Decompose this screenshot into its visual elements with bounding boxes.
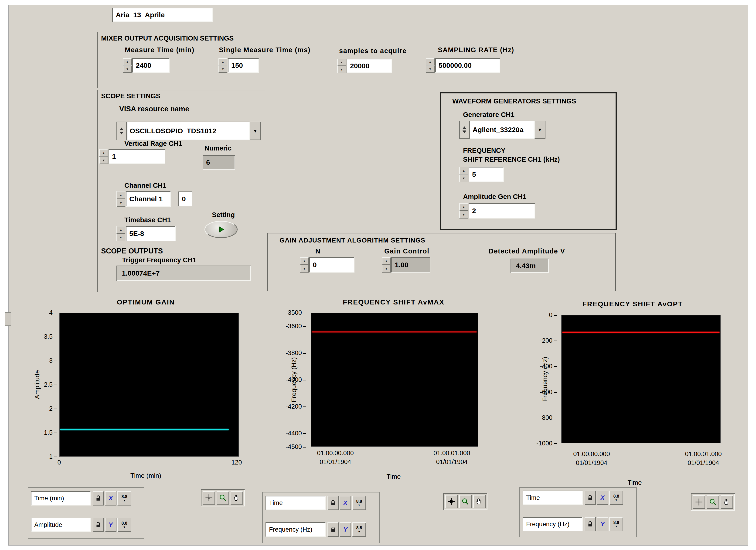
- generator-dropdown[interactable]: Agilent_33220a ▼: [459, 121, 545, 139]
- vertical-range-spinner[interactable]: ▲ ▼: [99, 149, 108, 164]
- setting-button[interactable]: [204, 221, 238, 238]
- avopt-plot[interactable]: [561, 315, 721, 443]
- y-tick-label: -3800: [267, 349, 306, 356]
- timebase-spinner[interactable]: ▲ ▼: [116, 226, 125, 241]
- decrement-button[interactable]: ▼: [123, 65, 132, 73]
- avmax-plot[interactable]: [311, 313, 478, 447]
- amplitude-gen-spinner[interactable]: ▲ ▼: [459, 203, 468, 219]
- timebase-input[interactable]: 5E-8: [126, 226, 176, 241]
- decrement-button[interactable]: ▼: [459, 174, 468, 182]
- pan-tool-button[interactable]: [721, 495, 733, 509]
- io-icon: [116, 122, 127, 140]
- zoom-tool-button[interactable]: [459, 495, 472, 508]
- gain-control-input[interactable]: 1.00: [391, 257, 430, 273]
- decrement-button[interactable]: ▼: [218, 65, 227, 73]
- y-tick-label: -1000: [522, 440, 557, 447]
- autoscale-y-button[interactable]: Y: [340, 522, 351, 537]
- n-input[interactable]: 0: [309, 257, 354, 273]
- visa-resource-label: VISA resource name: [119, 105, 189, 113]
- scale-lock-button[interactable]: [93, 518, 104, 532]
- x-scale-name[interactable]: Time (min): [31, 491, 91, 506]
- decrement-button[interactable]: ▼: [459, 211, 468, 219]
- scale-format-button[interactable]: 8.8 ▾: [117, 491, 131, 506]
- autoscale-x-button[interactable]: X: [105, 491, 116, 506]
- pan-tool-button[interactable]: [473, 495, 486, 508]
- y-tick-label: 3.5: [23, 333, 57, 340]
- autoscale-y-button[interactable]: Y: [597, 517, 608, 531]
- sampling-rate-spinner[interactable]: ▲ ▼: [426, 58, 435, 73]
- increment-button[interactable]: ▲: [459, 167, 468, 174]
- format-glyph: 8.8: [356, 499, 362, 503]
- increment-button[interactable]: ▲: [337, 59, 346, 66]
- y-axis-label: Frequency (Hz): [541, 357, 549, 402]
- increment-button[interactable]: ▲: [300, 257, 309, 265]
- samples-to-acquire-label: samples to acquire: [339, 47, 407, 55]
- decrement-button[interactable]: ▼: [99, 157, 108, 164]
- zoom-tool-button[interactable]: [217, 491, 229, 505]
- vi-name-field: Aria_13_Aprile: [112, 8, 213, 22]
- scale-lock-button[interactable]: [327, 522, 339, 537]
- measure-time-spinner[interactable]: ▲ ▼: [123, 58, 132, 73]
- decrement-button[interactable]: ▼: [116, 234, 125, 241]
- channel-value[interactable]: Channel 1: [126, 191, 171, 207]
- n-spinner[interactable]: ▲ ▼: [300, 257, 309, 273]
- single-measure-time-input[interactable]: 150: [228, 58, 259, 73]
- frequency-shift-input[interactable]: 5: [469, 167, 504, 182]
- generator-value[interactable]: Agilent_33220a: [470, 121, 534, 139]
- sampling-rate-input[interactable]: 500000.00: [435, 58, 500, 73]
- scale-format-button[interactable]: 8.8 ▾: [352, 496, 366, 510]
- crosshair-tool-button[interactable]: [445, 495, 458, 508]
- channel-spinner[interactable]: ▲ ▼: [116, 191, 125, 207]
- increment-button[interactable]: ▲: [99, 149, 108, 157]
- pan-tool-button[interactable]: [231, 491, 243, 505]
- increment-button[interactable]: ▲: [426, 58, 435, 65]
- samples-to-acquire-input[interactable]: 20000: [347, 59, 392, 73]
- measure-time-input[interactable]: 2400: [132, 58, 170, 73]
- dropdown-arrow-button[interactable]: ▼: [534, 121, 545, 139]
- graph-tools-palette: [201, 489, 245, 506]
- crosshair-tool-button[interactable]: [203, 491, 215, 505]
- y-scale-name[interactable]: Amplitude: [31, 518, 91, 532]
- increment-button[interactable]: ▲: [116, 226, 125, 234]
- scale-lock-button[interactable]: [585, 517, 596, 531]
- scale-format-button[interactable]: 8.8 ▾: [352, 522, 366, 537]
- scale-lock-button[interactable]: [93, 491, 104, 506]
- scale-format-button[interactable]: 8.8 ▾: [609, 517, 623, 531]
- autoscale-x-button[interactable]: X: [340, 496, 351, 510]
- increment-button[interactable]: ▲: [218, 58, 227, 65]
- y-scale-name[interactable]: Frequency (Hz): [523, 517, 583, 531]
- increment-button[interactable]: ▲: [382, 257, 391, 265]
- scale-format-button[interactable]: 8.8 ▾: [609, 491, 623, 505]
- zoom-tool-button[interactable]: [707, 495, 719, 509]
- frequency-shift-field: ▲ ▼ 5: [459, 167, 504, 182]
- channel-ring[interactable]: ▲ ▼ Channel 1: [116, 191, 171, 207]
- scale-lock-button[interactable]: [585, 491, 596, 505]
- dropdown-arrow-button[interactable]: ▼: [250, 122, 261, 140]
- decrement-button[interactable]: ▼: [382, 265, 391, 273]
- autoscale-y-button[interactable]: Y: [105, 518, 116, 532]
- decrement-button[interactable]: ▼: [426, 65, 435, 73]
- decrement-button[interactable]: ▼: [116, 199, 125, 207]
- increment-button[interactable]: ▲: [459, 203, 468, 211]
- frequency-shift-spinner[interactable]: ▲ ▼: [459, 167, 468, 182]
- y-scale-name[interactable]: Frequency (Hz): [266, 522, 326, 537]
- decrement-button[interactable]: ▼: [337, 66, 346, 73]
- visa-resource-dropdown[interactable]: OSCILLOSOPIO_TDS1012 ▼: [116, 122, 261, 140]
- decrement-button[interactable]: ▼: [300, 265, 309, 273]
- scale-lock-button[interactable]: [327, 496, 339, 510]
- scale-format-button[interactable]: 8.8 ▾: [117, 518, 131, 532]
- visa-resource-value[interactable]: OSCILLOSOPIO_TDS1012: [127, 122, 250, 140]
- autoscale-x-button[interactable]: X: [597, 491, 608, 505]
- optimum-gain-plot[interactable]: [59, 313, 239, 457]
- crosshair-tool-button[interactable]: [693, 495, 705, 509]
- increment-button[interactable]: ▲: [123, 58, 132, 65]
- x-scale-name[interactable]: Time: [523, 491, 583, 505]
- amplitude-gen-input[interactable]: 2: [469, 203, 535, 219]
- samples-spinner[interactable]: ▲ ▼: [337, 59, 346, 73]
- vertical-range-input[interactable]: 1: [109, 149, 165, 164]
- increment-button[interactable]: ▲: [116, 191, 125, 199]
- x-scale-name[interactable]: Time: [266, 496, 326, 510]
- single-measure-time-spinner[interactable]: ▲ ▼: [218, 58, 227, 73]
- gain-control-spinner[interactable]: ▲ ▼: [382, 257, 391, 273]
- vi-name-input[interactable]: Aria_13_Aprile: [112, 8, 213, 22]
